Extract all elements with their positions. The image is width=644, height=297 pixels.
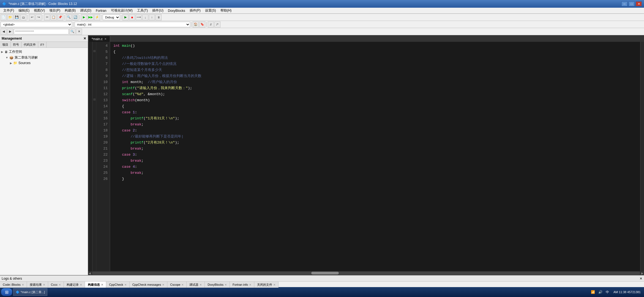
- menu-item-b[interactable]: 构建(B): [62, 8, 78, 13]
- bp-slot: [88, 60, 92, 66]
- log-tab-[interactable]: 调试器 ✕: [187, 282, 205, 288]
- copy-button[interactable]: 📋: [51, 14, 57, 20]
- fold-slot[interactable]: ⊟: [92, 48, 96, 54]
- log-tab-close-icon[interactable]: ✕: [200, 283, 202, 286]
- log-tab-doxyblocks[interactable]: DoxyBlocks ✕: [205, 282, 230, 288]
- minimize-button[interactable]: ─: [621, 1, 627, 6]
- maximize-button[interactable]: □: [629, 1, 635, 6]
- debug-break-button[interactable]: ⏸: [155, 14, 162, 20]
- save-all-button[interactable]: 🗂: [20, 14, 26, 20]
- search-input[interactable]: [14, 29, 69, 34]
- tab-close-icon[interactable]: ✕: [104, 37, 107, 40]
- scroll-left-icon[interactable]: ◀: [88, 272, 91, 275]
- fold-slot: [92, 66, 96, 72]
- menu-item-h[interactable]: 帮助(H): [218, 8, 234, 13]
- management-close-icon[interactable]: ✕: [83, 37, 86, 40]
- log-tab-cppcheck[interactable]: CppCheck ✕: [106, 282, 129, 288]
- vertical-scrollbar[interactable]: [640, 42, 644, 271]
- log-tab-close-icon[interactable]: ✕: [181, 283, 184, 286]
- menu-item-u[interactable]: 插件(U): [150, 8, 166, 13]
- comment-button[interactable]: //: [208, 21, 214, 28]
- mgmt-tab-[interactable]: 代码文件: [21, 42, 38, 48]
- menu-item-v[interactable]: 视图(V): [32, 8, 47, 13]
- tree-item-sources[interactable]: ▶ 📁 Sources: [1, 61, 87, 65]
- prev-button[interactable]: ◀: [1, 29, 7, 35]
- menu-item-doxyblocks[interactable]: DoxyBlocks: [166, 8, 187, 13]
- save-button[interactable]: 💾: [14, 14, 20, 20]
- cut-button[interactable]: ✂: [44, 14, 50, 20]
- log-tab-close-icon[interactable]: ✕: [101, 283, 103, 286]
- mgmt-tab-f[interactable]: F?: [38, 42, 47, 48]
- menu-item-s[interactable]: 设置(S): [203, 8, 218, 13]
- menu-item-w[interactable]: 可视化设计(W): [109, 8, 135, 13]
- debug-step-button[interactable]: ⟶: [136, 14, 142, 20]
- debug-start-button[interactable]: ▶: [122, 14, 129, 20]
- paste-button[interactable]: 📌: [57, 14, 63, 20]
- replace-button[interactable]: 🔄: [72, 14, 78, 20]
- log-tab-close-icon[interactable]: ✕: [249, 283, 251, 286]
- mgmt-tab-[interactable]: 符号: [11, 42, 21, 48]
- back-button[interactable]: 🏠: [193, 21, 199, 28]
- code-editor[interactable]: int main() { //杀鸡刀switch结构的用法 //一般处理数轴中某…: [110, 42, 640, 271]
- start-button[interactable]: ⊞: [1, 288, 12, 296]
- close-button[interactable]: ✕: [636, 1, 642, 6]
- build-button[interactable]: ▶: [81, 14, 87, 20]
- taskbar-codeblocks[interactable]: 🔷 *main.c [第二章...]: [13, 288, 47, 296]
- undo-button[interactable]: ↩: [29, 14, 35, 20]
- tree-item-project[interactable]: ▼ 📦 第二章练习讲解: [1, 55, 87, 61]
- log-tab-[interactable]: 关闭的文件 ✕: [254, 282, 279, 288]
- scrollbar-thumb[interactable]: [311, 272, 339, 274]
- project-arrow-icon: ▼: [6, 56, 8, 59]
- log-tab-fortraninfo[interactable]: Fortran info ✕: [230, 282, 254, 288]
- build-run-button[interactable]: ⚡: [94, 14, 100, 20]
- mgmt-tab-[interactable]: 项目: [0, 42, 11, 48]
- log-tab-[interactable]: 搜索结果 ✕: [27, 282, 48, 288]
- menu-item-d[interactable]: 调试(D): [78, 8, 94, 13]
- config-dropdown[interactable]: Debug: [103, 15, 120, 20]
- horizontal-scrollbar[interactable]: ◀ ▶: [88, 271, 644, 275]
- menu-item-e[interactable]: 编辑(E): [16, 8, 32, 13]
- log-tab-[interactable]: 构建信息 ✕: [85, 282, 106, 288]
- tree-item-workspace[interactable]: ▶ 🖥 工作空间: [1, 49, 87, 55]
- log-tab-close-icon[interactable]: ✕: [162, 283, 164, 286]
- log-tab-cccc[interactable]: Cccc ✕: [48, 282, 64, 288]
- log-tab-close-icon[interactable]: ✕: [43, 283, 45, 286]
- log-tab-close-icon[interactable]: ✕: [22, 283, 24, 286]
- log-tab-close-icon[interactable]: ✕: [80, 283, 82, 286]
- scroll-right-icon[interactable]: ▶: [641, 272, 644, 275]
- function-dropdown[interactable]: main() : int: [75, 22, 190, 27]
- sep4: [80, 15, 80, 20]
- editor-tab-main[interactable]: *main.c ✕: [88, 36, 110, 42]
- search-clear-button[interactable]: ✕: [76, 29, 82, 35]
- logs-close-icon[interactable]: ✕: [640, 277, 642, 280]
- menu-item-p[interactable]: 项目(P): [47, 8, 62, 13]
- fwd-button[interactable]: 🔖: [199, 21, 205, 28]
- search-go-button[interactable]: 🔍: [69, 29, 75, 35]
- global-scope-dropdown[interactable]: <global>: [1, 22, 72, 27]
- find-button[interactable]: 🔍: [66, 14, 72, 20]
- debug-step-out-button[interactable]: ↑: [149, 14, 155, 20]
- menu-item-t[interactable]: 工具(T): [135, 8, 150, 13]
- log-tab-close-icon[interactable]: ✕: [273, 283, 275, 286]
- debug-next-button[interactable]: ↓: [142, 14, 148, 20]
- next-button[interactable]: ▶: [7, 29, 13, 35]
- log-tab-close-icon[interactable]: ✕: [225, 283, 227, 286]
- uncomment-button[interactable]: /*: [214, 21, 220, 28]
- menu-item-fortran[interactable]: Fortran: [94, 8, 109, 13]
- log-tab-[interactable]: 构建记录 ✕: [64, 282, 85, 288]
- log-tab-close-icon[interactable]: ✕: [59, 283, 61, 286]
- open-button[interactable]: 📁: [7, 14, 13, 20]
- menu-item-f[interactable]: 文件(F): [1, 8, 16, 13]
- line-num-18: 18: [96, 128, 110, 134]
- debug-stop-button[interactable]: ■: [129, 14, 135, 20]
- redo-button[interactable]: ↪: [36, 14, 42, 20]
- log-tab-codeblocks[interactable]: Code::Blocks ✕: [0, 282, 27, 288]
- log-tab-cscope[interactable]: Cscope ✕: [167, 282, 187, 288]
- menu-item-p[interactable]: 插件(P): [187, 8, 203, 13]
- log-tab-cppcheckmessages[interactable]: CppCheck messages ✕: [130, 282, 168, 288]
- run-button[interactable]: ▶▶: [88, 14, 94, 20]
- fold-slot: [92, 163, 96, 169]
- log-tab-close-icon[interactable]: ✕: [124, 283, 127, 286]
- new-button[interactable]: 📄: [1, 14, 7, 20]
- fold-slot[interactable]: ⊟: [92, 96, 96, 102]
